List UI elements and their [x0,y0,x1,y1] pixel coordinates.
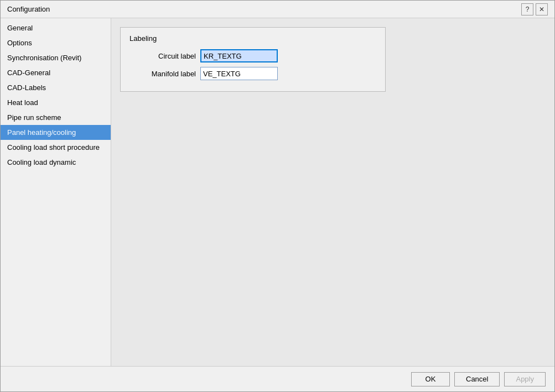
sidebar-item-cooling-load-dynamic[interactable]: Cooling load dynamic [1,155,111,170]
apply-button[interactable]: Apply [504,372,546,386]
dialog-title: Configuration [7,5,50,13]
main-content: Labeling Circuit label Manifold label [111,18,554,366]
configuration-dialog: Configuration ? ✕ General Options Synchr… [0,0,555,392]
sidebar-item-cad-general[interactable]: CAD-General [1,65,111,80]
sidebar-item-general[interactable]: General [1,20,111,35]
section-title: Labeling [129,34,376,43]
manifold-label-input[interactable] [200,67,278,80]
dialog-body: General Options Synchronisation (Revit) … [1,18,554,366]
labeling-section: Labeling Circuit label Manifold label [120,27,386,92]
sidebar: General Options Synchronisation (Revit) … [1,18,111,366]
manifold-label-row: Manifold label [129,67,376,80]
help-button[interactable]: ? [521,3,533,15]
cancel-button[interactable]: Cancel [454,372,500,386]
circuit-label-row: Circuit label [129,49,376,62]
sidebar-item-cooling-load-short[interactable]: Cooling load short procedure [1,140,111,155]
sidebar-item-panel-heating-cooling[interactable]: Panel heating/cooling [1,125,111,140]
manifold-label-text: Manifold label [129,70,196,78]
title-bar-controls: ? ✕ [521,3,548,15]
circuit-label-input[interactable] [200,49,278,62]
sidebar-item-heat-load[interactable]: Heat load [1,95,111,110]
title-bar: Configuration ? ✕ [1,1,554,18]
close-button[interactable]: ✕ [536,3,548,15]
sidebar-item-synchronisation[interactable]: Synchronisation (Revit) [1,50,111,65]
sidebar-item-options[interactable]: Options [1,35,111,50]
sidebar-item-pipe-run-scheme[interactable]: Pipe run scheme [1,110,111,125]
ok-button[interactable]: OK [411,372,450,386]
dialog-footer: OK Cancel Apply [1,366,554,391]
circuit-label-text: Circuit label [129,52,196,60]
sidebar-item-cad-labels[interactable]: CAD-Labels [1,80,111,95]
